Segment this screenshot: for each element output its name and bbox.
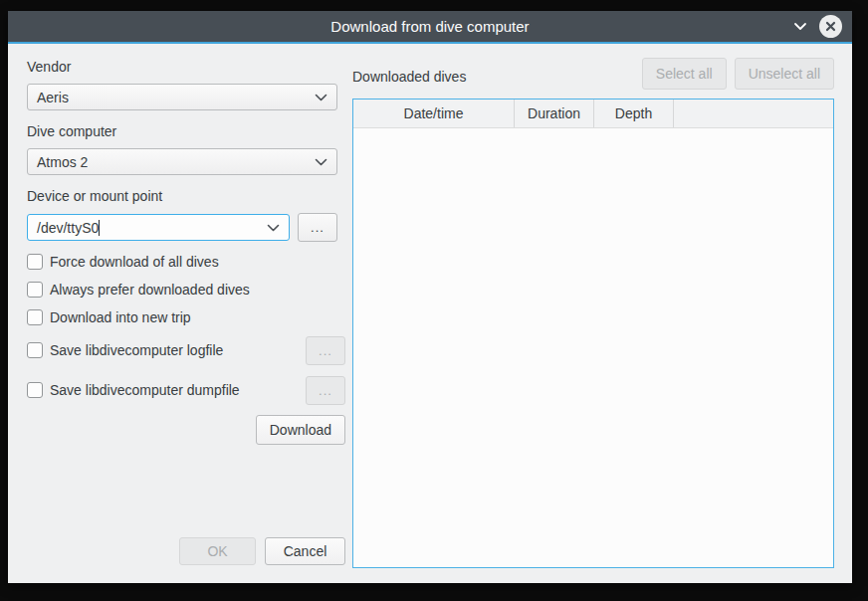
chevron-down-icon	[315, 158, 327, 166]
dumpfile-browse-button[interactable]: ...	[306, 376, 345, 405]
save-logfile-checkbox[interactable]	[27, 342, 43, 358]
column-header-datetime[interactable]: Date/time	[353, 100, 515, 127]
prefer-downloaded-checkbox[interactable]	[27, 282, 43, 298]
cancel-button[interactable]: Cancel	[265, 537, 345, 565]
select-all-button[interactable]: Select all	[642, 58, 727, 90]
save-dumpfile-checkbox[interactable]	[27, 382, 43, 398]
unselect-all-button[interactable]: Unselect all	[735, 58, 834, 90]
settings-panel: Vendor Aeris Dive computer Atmos 2 Devic…	[27, 46, 345, 583]
force-download-checkbox[interactable]	[27, 254, 43, 270]
vendor-label: Vendor	[27, 59, 345, 76]
text-cursor	[99, 220, 100, 236]
ok-button[interactable]: OK	[179, 537, 256, 565]
vendor-value: Aeris	[37, 90, 315, 105]
option-row: Force download of all dives	[27, 254, 345, 270]
close-icon	[825, 21, 836, 32]
dives-table-header: Date/time Duration Depth	[353, 100, 833, 128]
column-header-duration[interactable]: Duration	[515, 100, 594, 127]
column-header-empty	[674, 100, 833, 127]
chevron-down-icon	[267, 224, 280, 232]
option-row: Save libdivecomputer logfile ...	[27, 335, 345, 365]
downloaded-dives-panel: Downloaded dives Select all Unselect all…	[344, 46, 834, 568]
vendor-dropdown[interactable]: Aeris	[27, 84, 337, 110]
downloaded-dives-label: Downloaded dives	[352, 69, 466, 85]
dive-computer-dropdown[interactable]: Atmos 2	[27, 148, 337, 175]
option-row: Download into new trip	[27, 309, 345, 325]
dive-computer-label: Dive computer	[27, 123, 345, 140]
device-input[interactable]: /dev/ttyS0	[27, 214, 290, 241]
option-row: Save libdivecomputer dumpfile ...	[27, 375, 345, 405]
new-trip-checkbox[interactable]	[27, 309, 43, 325]
close-button[interactable]	[819, 15, 842, 38]
chevron-down-icon	[793, 22, 807, 31]
force-download-label: Force download of all dives	[50, 254, 345, 270]
save-logfile-label: Save libdivecomputer logfile	[50, 342, 298, 358]
prefer-downloaded-label: Always prefer downloaded dives	[50, 282, 345, 298]
window-title: Download from dive computer	[8, 18, 852, 35]
device-browse-button[interactable]: ...	[298, 213, 337, 242]
logfile-browse-button[interactable]: ...	[306, 336, 345, 365]
dives-table-body[interactable]	[353, 128, 833, 567]
titlebar[interactable]: Download from dive computer	[8, 11, 852, 44]
download-dialog: Download from dive computer Vendor Aeris…	[8, 11, 852, 583]
dive-computer-value: Atmos 2	[37, 154, 315, 170]
new-trip-label: Download into new trip	[50, 309, 345, 325]
device-value: /dev/ttyS0	[37, 220, 99, 236]
column-header-depth[interactable]: Depth	[594, 100, 674, 127]
device-label: Device or mount point	[27, 188, 345, 205]
chevron-down-icon	[315, 94, 327, 101]
dives-table[interactable]: Date/time Duration Depth	[352, 99, 834, 568]
option-row: Always prefer downloaded dives	[27, 282, 345, 298]
shade-button[interactable]	[791, 18, 809, 36]
download-button[interactable]: Download	[256, 415, 345, 445]
save-dumpfile-label: Save libdivecomputer dumpfile	[50, 382, 298, 398]
